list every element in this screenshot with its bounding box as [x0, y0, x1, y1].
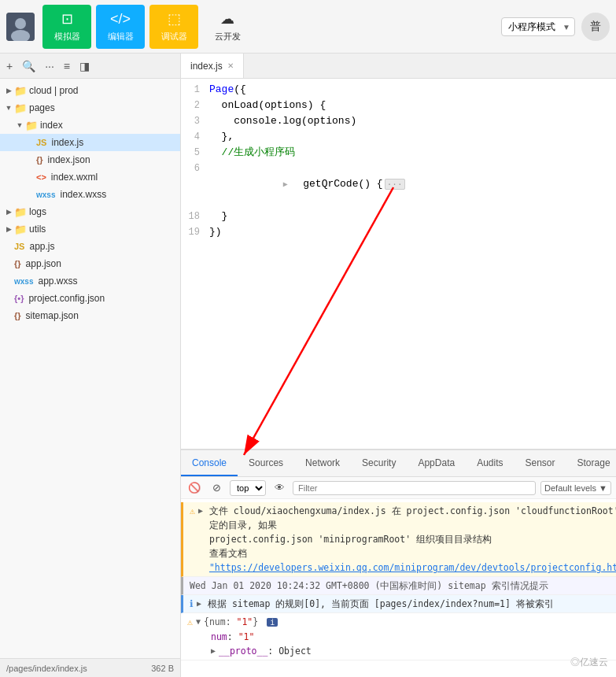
folder-icon-index: 📁	[25, 120, 38, 131]
line-content-4: },	[209, 129, 616, 145]
utils-label: utils	[29, 224, 46, 235]
console-filter-input[interactable]	[293, 481, 536, 495]
devtools-tab-audits[interactable]: Audits	[466, 450, 514, 476]
eye-button[interactable]: 👁	[271, 479, 288, 497]
project-config-label: project.config.json	[28, 293, 105, 304]
tree-item-utils[interactable]: ▶ 📁 utils	[0, 220, 180, 238]
code-line-4: 4 },	[181, 129, 616, 145]
code-line-3: 3 console.log(options)	[181, 113, 616, 129]
tree-item-sitemap[interactable]: ▶ {} sitemap.json	[0, 307, 180, 324]
wxml-icon: <>	[36, 172, 46, 182]
json-icon: {}	[36, 155, 43, 165]
tree-item-index-wxss[interactable]: ▶ wxss index.wxss	[0, 186, 180, 203]
tree-item-app-json[interactable]: ▶ {} app.json	[0, 255, 180, 272]
devtools-tab-storage[interactable]: Storage	[566, 450, 616, 476]
app-js-label: app.js	[29, 241, 54, 252]
proto-expand[interactable]: ▶	[211, 644, 216, 658]
tree-item-index-js[interactable]: ▶ JS index.js	[0, 134, 180, 151]
line-num-3: 3	[181, 113, 209, 129]
console-entry-object: ⚠ ▼ {num: "1"} i num: "1"	[181, 613, 616, 660]
add-button[interactable]: +	[5, 58, 14, 74]
app-json-label: app.json	[26, 258, 61, 269]
simulator-button[interactable]: ⊡ 模拟器	[42, 5, 91, 49]
line-content-19: })	[209, 224, 616, 240]
editor-wrapper: index.js ✕ 1 Page({ 2 onLoad(options) { …	[181, 54, 616, 677]
devtools-tab-appdata[interactable]: AppData	[407, 450, 466, 476]
devtools-content: ⚠ ▶ 文件 cloud/xiaochengxuma/index.js 在 pr…	[181, 499, 616, 677]
index-json-label: index.json	[48, 154, 90, 165]
cloud-button[interactable]: ☁ 云开发	[203, 5, 252, 49]
tree-item-index-folder[interactable]: ▼ 📁 index	[0, 117, 180, 134]
info-row: ℹ ▶ 根据 sitemap 的规则[0], 当前页面 [pages/index…	[190, 597, 610, 611]
folder-icon-pages: 📁	[14, 102, 27, 114]
line-num-18: 18	[181, 209, 209, 224]
object-expand-row: ⚠ ▼ {num: "1"} i	[187, 615, 610, 630]
pause-button[interactable]: ⊘	[208, 479, 225, 497]
tree-item-index-json[interactable]: ▶ {} index.json	[0, 151, 180, 168]
line-content-2: onLoad(options) {	[209, 98, 616, 113]
tree-item-app-wxss[interactable]: ▶ wxss app.wxss	[0, 272, 180, 290]
collapsed-code[interactable]: ···	[385, 179, 405, 190]
default-levels[interactable]: Default levels ▼	[540, 481, 611, 495]
clear-console-button[interactable]: 🚫	[186, 479, 203, 497]
arrow-pages: ▼	[3, 104, 14, 112]
arrow-index: ▼	[14, 121, 25, 129]
warning-link[interactable]: "https://developers.weixin.qq.com/minipr…	[209, 562, 616, 573]
line-content-18: }	[209, 209, 616, 224]
tab-index-js[interactable]: index.js ✕	[181, 54, 244, 78]
devtools-tab-sensor[interactable]: Sensor	[515, 450, 566, 476]
devtools-tab-security[interactable]: Security	[351, 450, 407, 476]
info-text: 根据 sitemap 的规则[0], 当前页面 [pages/index/ind…	[208, 597, 610, 611]
folder-icon: 📁	[14, 85, 27, 97]
tab-close-button[interactable]: ✕	[227, 61, 234, 70]
debugger-button[interactable]: ⬚ 调试器	[149, 5, 198, 49]
context-selector[interactable]: top	[230, 480, 266, 496]
search-button[interactable]: 🔍	[20, 58, 37, 74]
settings-button[interactable]: 普	[581, 13, 610, 41]
line-num-2: 2	[181, 98, 209, 113]
wxss-icon: wxss	[36, 191, 55, 199]
devtools-tab-sources[interactable]: Sources	[238, 450, 294, 476]
settings-label: 普	[590, 20, 601, 34]
devtools-tab-network[interactable]: Network	[294, 450, 351, 476]
warning-expand[interactable]: ▶	[198, 504, 209, 518]
devtools-tab-console[interactable]: Console	[181, 450, 238, 476]
arrow-cloud-prod: ▶	[3, 87, 14, 94]
editor-area: index.js ✕ 1 Page({ 2 onLoad(options) { …	[181, 54, 616, 449]
code-line-6: 6 ▶ getQrCode() {···	[181, 161, 616, 209]
info-icon: ℹ	[190, 597, 194, 611]
warning-row: ⚠ ▶ 文件 cloud/xiaochengxuma/index.js 在 pr…	[190, 504, 610, 575]
mode-selector[interactable]: 小程序模式	[501, 17, 575, 36]
watermark: ◎亿速云	[570, 656, 608, 669]
split-button[interactable]: ◨	[78, 58, 91, 74]
tree-item-index-wxml[interactable]: ▶ <> index.wxml	[0, 168, 180, 186]
code-line-1: 1 Page({	[181, 82, 616, 98]
object-expand-button[interactable]: ▼	[196, 615, 201, 629]
line-num-1: 1	[181, 82, 209, 98]
tree-item-logs[interactable]: ▶ 📁 logs	[0, 203, 180, 220]
line-num-6: 6	[181, 161, 209, 176]
collapse-button-6[interactable]: ▶	[283, 180, 288, 189]
app-wxss-label: app.wxss	[38, 276, 77, 287]
code-area[interactable]: 1 Page({ 2 onLoad(options) { 3 console.l…	[181, 79, 616, 449]
app-json-icon: {}	[14, 259, 21, 268]
editor-button[interactable]: </> 编辑器	[96, 5, 145, 49]
tree-item-app-js[interactable]: ▶ JS app.js	[0, 238, 180, 255]
arrow-utils: ▶	[3, 225, 14, 233]
more-button[interactable]: ···	[43, 58, 56, 74]
tree-item-cloud-prod[interactable]: ▶ 📁 cloud | prod	[0, 82, 180, 99]
code-line-5: 5 //生成小程序码	[181, 145, 616, 161]
tree-item-project-config[interactable]: ▶ {•} project.config.json	[0, 290, 180, 307]
line-content-1: Page({	[209, 82, 616, 98]
debugger-label: 调试器	[161, 31, 187, 43]
warning-text: 文件 cloud/xiaochengxuma/index.js 在 projec…	[209, 504, 616, 575]
info-expand[interactable]: ▶	[197, 597, 208, 611]
line-content-6: ▶ getQrCode() {···	[209, 161, 616, 209]
avatar[interactable]	[6, 13, 35, 41]
line-content-3: console.log(options)	[209, 113, 616, 129]
config-icon: {•}	[14, 294, 24, 303]
console-entry-warning: ⚠ ▶ 文件 cloud/xiaochengxuma/index.js 在 pr…	[181, 502, 616, 577]
tree-item-pages[interactable]: ▼ 📁 pages	[0, 99, 180, 117]
debugger-icon: ⬚	[168, 10, 181, 28]
filter-button[interactable]: ≡	[62, 58, 72, 74]
